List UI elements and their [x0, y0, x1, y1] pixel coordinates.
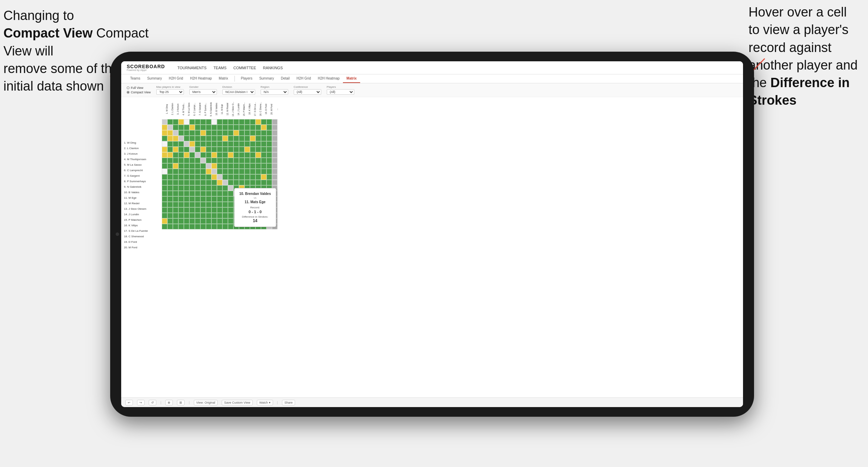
cell-2-5[interactable] — [184, 125, 189, 130]
cell-1-20[interactable] — [266, 119, 272, 125]
tab-matrix2[interactable]: Matrix — [343, 74, 360, 83]
cell-15-1[interactable] — [162, 196, 167, 202]
cell-10-13[interactable] — [228, 169, 233, 174]
cell-7-17[interactable] — [250, 152, 255, 158]
cell-8-20[interactable] — [266, 158, 272, 163]
cell-19-8[interactable] — [200, 218, 206, 224]
cell-20-10[interactable] — [211, 224, 217, 229]
cell-8-10[interactable] — [211, 158, 217, 163]
cell-18-5[interactable] — [184, 213, 189, 218]
cell-5-19[interactable] — [261, 141, 266, 147]
cell-12-5[interactable] — [184, 180, 189, 185]
cell-2-13[interactable] — [228, 125, 233, 130]
cell-11-6[interactable] — [189, 174, 195, 180]
cell-12-3[interactable] — [173, 180, 178, 185]
cell-12-14[interactable] — [233, 180, 239, 185]
cell-19-7[interactable] — [195, 218, 200, 224]
cell-4-18[interactable] — [255, 136, 261, 141]
cell-14-13[interactable] — [228, 191, 233, 196]
cell-20-8[interactable] — [200, 224, 206, 229]
cell-1-19[interactable] — [261, 119, 266, 125]
cell-11-12[interactable] — [222, 174, 228, 180]
cell-18-1[interactable] — [162, 213, 167, 218]
cell-1-7[interactable] — [195, 119, 200, 125]
cell-9-18[interactable] — [255, 163, 261, 169]
cell-3-3[interactable] — [173, 130, 178, 136]
cell-11-14[interactable] — [233, 174, 239, 180]
cell-1-10[interactable] — [211, 119, 217, 125]
cell-3-13[interactable] — [228, 130, 233, 136]
cell-11-8[interactable] — [200, 174, 206, 180]
cell-10-3[interactable] — [173, 169, 178, 174]
cell-12-18[interactable] — [255, 180, 261, 185]
cell-2-15[interactable] — [239, 125, 244, 130]
tab-matrix1[interactable]: Matrix — [215, 74, 231, 83]
cell-1-11[interactable] — [217, 119, 222, 125]
cell-17-11[interactable] — [217, 207, 222, 213]
cell-2-18[interactable] — [255, 125, 261, 130]
cell-1-9[interactable] — [206, 119, 211, 125]
cell-5-10[interactable] — [211, 141, 217, 147]
cell-10-20[interactable] — [266, 169, 272, 174]
cell-13-4[interactable] — [178, 185, 184, 191]
cell-9-5[interactable] — [184, 163, 189, 169]
cell-11-11[interactable] — [217, 174, 222, 180]
cell-5-4[interactable] — [178, 141, 184, 147]
cell-18-3[interactable] — [173, 213, 178, 218]
cell-3-17[interactable] — [250, 130, 255, 136]
save-custom-button[interactable]: Save Custom View — [222, 400, 253, 405]
cell-2-19[interactable] — [261, 125, 266, 130]
cell-2-10[interactable] — [211, 125, 217, 130]
cell-4-11[interactable] — [217, 136, 222, 141]
cell-8-15[interactable] — [239, 158, 244, 163]
cell-9-20[interactable] — [266, 163, 272, 169]
cell-17-1[interactable] — [162, 207, 167, 213]
fit-button[interactable]: ⊞ — [177, 400, 185, 405]
cell-3-14[interactable] — [233, 130, 239, 136]
cell-10-17[interactable] — [250, 169, 255, 174]
cell-14-1[interactable] — [162, 191, 167, 196]
cell-13-2[interactable] — [167, 185, 173, 191]
cell-11-9[interactable] — [206, 174, 211, 180]
cell-6-3[interactable] — [173, 147, 178, 152]
cell-8-18[interactable] — [255, 158, 261, 163]
cell-13-9[interactable] — [206, 185, 211, 191]
cell-7-13[interactable] — [228, 152, 233, 158]
redo2-button[interactable]: ↺ — [149, 400, 156, 405]
tab-h2hheatmap1[interactable]: H2H Heatmap — [187, 74, 215, 83]
cell-2-6[interactable] — [189, 125, 195, 130]
cell-9-9[interactable] — [206, 163, 211, 169]
cell-5-5[interactable] — [184, 141, 189, 147]
cell-14-3[interactable] — [173, 191, 178, 196]
redo1-button[interactable]: ↪ — [137, 400, 145, 405]
cell-5-15[interactable] — [239, 141, 244, 147]
cell-8-13[interactable] — [228, 158, 233, 163]
cell-16-2[interactable] — [167, 202, 173, 207]
cell-1-13[interactable] — [228, 119, 233, 125]
cell-17-8[interactable] — [200, 207, 206, 213]
cell-4-7[interactable] — [195, 136, 200, 141]
cell-5-1[interactable] — [162, 141, 167, 147]
cell-16-10[interactable] — [211, 202, 217, 207]
cell-6-6[interactable] — [189, 147, 195, 152]
cell-9-6[interactable] — [189, 163, 195, 169]
cell-3-11[interactable] — [217, 130, 222, 136]
cell-7-2[interactable] — [167, 152, 173, 158]
cell-12-20[interactable] — [266, 180, 272, 185]
cell-4-14[interactable] — [233, 136, 239, 141]
cell-10-12[interactable] — [222, 169, 228, 174]
cell-18-4[interactable] — [178, 213, 184, 218]
cell-6-1[interactable] — [162, 147, 167, 152]
cell-10-7[interactable] — [195, 169, 200, 174]
cell-20-12[interactable] — [222, 224, 228, 229]
cell-2-20[interactable] — [266, 125, 272, 130]
cell-11-20[interactable] — [266, 174, 272, 180]
cell-6-14[interactable] — [233, 147, 239, 152]
cell-14-12[interactable] — [222, 191, 228, 196]
cell-12-21[interactable] — [272, 180, 278, 185]
cell-14-6[interactable] — [189, 191, 195, 196]
cell-5-16[interactable] — [244, 141, 250, 147]
cell-7-20[interactable] — [266, 152, 272, 158]
cell-15-4[interactable] — [178, 196, 184, 202]
tab-detail[interactable]: Detail — [278, 74, 293, 83]
